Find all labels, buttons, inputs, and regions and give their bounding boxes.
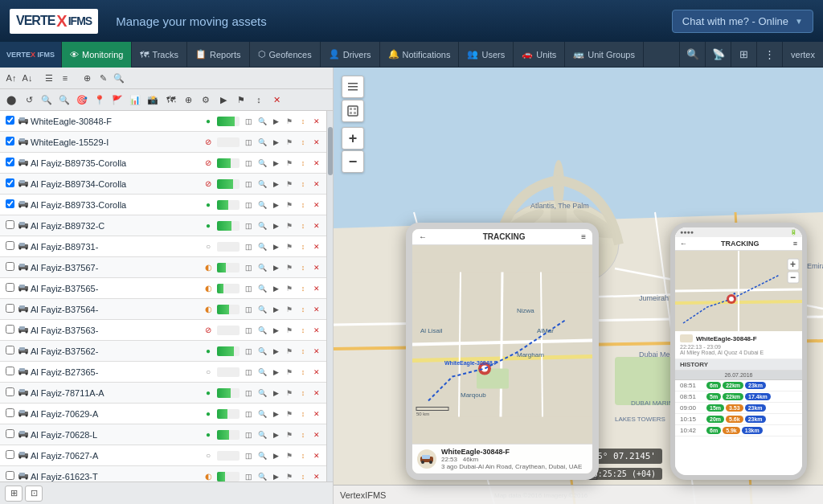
unit-arrow-icon[interactable]: ↕ <box>297 387 309 400</box>
sort-za-button[interactable]: A↓ <box>19 70 35 86</box>
unit-info-icon[interactable]: 🔍 <box>256 219 268 232</box>
list-item[interactable]: Al Fayiz-B89734-Corolla ⊘ ◫ 🔍 ▶ ⚑ ↕ ✕ <box>0 174 326 195</box>
unit-checkbox[interactable] <box>3 325 16 335</box>
unit-checkbox[interactable] <box>3 283 16 293</box>
list-bottom-button[interactable]: ⊡ <box>25 486 43 502</box>
list-item[interactable]: Al Fayiz-70629-A ● ◫ 🔍 ▶ ⚑ ↕ ✕ <box>0 404 326 424</box>
zoom-out-button[interactable]: − <box>342 150 364 173</box>
list-item[interactable]: Al Fayiz-B37564- ◐ ◫ 🔍 ▶ ⚑ ↕ ✕ <box>0 299 326 320</box>
unit-close-icon[interactable]: ✕ <box>310 324 323 337</box>
unit-cmd-icon[interactable]: ▶ <box>269 115 282 128</box>
grid-button[interactable]: ⊞ <box>731 42 756 68</box>
unit-info-icon[interactable]: 🔍 <box>256 240 268 253</box>
unit-close-icon[interactable]: ✕ <box>310 470 323 482</box>
unit-checkbox[interactable] <box>3 408 16 419</box>
unit-arrow-icon[interactable]: ↕ <box>297 324 309 337</box>
add2-button[interactable]: ⊕ <box>180 92 196 108</box>
unit-track-icon[interactable]: ◫ <box>242 199 255 211</box>
unit-track-icon[interactable]: ◫ <box>242 324 255 337</box>
unit-close-icon[interactable]: ✕ <box>310 115 323 128</box>
unit-close-icon[interactable]: ✕ <box>310 157 323 170</box>
unit-info-icon[interactable]: 🔍 <box>256 261 268 274</box>
unit-cmd-icon[interactable]: ▶ <box>269 449 282 462</box>
list-item[interactable]: Al Fayiz-B37567- ◐ ◫ 🔍 ▶ ⚑ ↕ ✕ <box>0 257 326 278</box>
unit-cmd-icon[interactable]: ▶ <box>269 470 282 482</box>
unit-arrow-icon[interactable]: ↕ <box>297 366 309 379</box>
unit-edit-icon[interactable]: ⚑ <box>283 282 296 295</box>
unit-checkbox[interactable] <box>3 450 16 461</box>
unit-close-icon[interactable]: ✕ <box>310 408 323 420</box>
unit-close-icon[interactable]: ✕ <box>310 136 323 149</box>
unit-track-icon[interactable]: ◫ <box>242 387 255 400</box>
unit-cmd-icon[interactable]: ▶ <box>269 428 282 441</box>
unit-info-icon[interactable]: 🔍 <box>256 136 268 149</box>
sidebar-item-tracks[interactable]: 🗺 Tracks <box>132 42 187 68</box>
unit-list[interactable]: WhiteEagle-30848-F ● ◫ 🔍 ▶ ⚑ ↕ ✕ WhiteEa… <box>0 111 326 481</box>
unit-arrow-icon[interactable]: ↕ <box>297 345 309 358</box>
unit-cmd-icon[interactable]: ▶ <box>269 303 282 316</box>
sidebar-item-geofences[interactable]: ⬡ Geofences <box>250 42 321 68</box>
sidebar-item-unit-groups[interactable]: 🚌 Unit Groups <box>565 42 644 68</box>
unit-checkbox[interactable] <box>3 178 16 189</box>
settings-button[interactable]: ⚙ <box>198 92 214 108</box>
unit-cmd-icon[interactable]: ▶ <box>269 366 282 379</box>
list-item[interactable]: Al Fayiz-B89735-Corolla ⊘ ◫ 🔍 ▶ ⚑ ↕ ✕ <box>0 153 326 174</box>
unit-close-icon[interactable]: ✕ <box>310 303 323 316</box>
more-button[interactable]: ⋮ <box>756 42 782 68</box>
unit-edit-icon[interactable]: ⚑ <box>283 178 296 191</box>
unit-track-icon[interactable]: ◫ <box>242 178 255 191</box>
unit-track-icon[interactable]: ◫ <box>242 157 255 170</box>
list-item[interactable]: Al Fayiz-B89731- ○ ◫ 🔍 ▶ ⚑ ↕ ✕ <box>0 236 326 257</box>
unit-cmd-icon[interactable]: ▶ <box>269 345 282 358</box>
list-item[interactable]: Al Fayiz-70627-A ○ ◫ 🔍 ▶ ⚑ ↕ ✕ <box>0 445 326 466</box>
list-item[interactable]: Al Fayiz-B37562- ● ◫ 🔍 ▶ ⚑ ↕ ✕ <box>0 341 326 362</box>
sort-az-button[interactable]: A↑ <box>3 70 19 86</box>
unit-close-icon[interactable]: ✕ <box>310 282 323 295</box>
unit-checkbox[interactable] <box>3 262 16 272</box>
unit-close-icon[interactable]: ✕ <box>310 428 323 441</box>
unit-track-icon[interactable]: ◫ <box>242 345 255 358</box>
unit-checkbox[interactable] <box>3 199 16 210</box>
target-button[interactable]: 🎯 <box>74 92 90 108</box>
list-item[interactable]: Al Fayiz-78711A-A ● ◫ 🔍 ▶ ⚑ ↕ ✕ <box>0 383 326 404</box>
sidebar-item-units[interactable]: 🚗 Units <box>514 42 565 68</box>
chart-button[interactable]: 📊 <box>127 92 143 108</box>
unit-arrow-icon[interactable]: ↕ <box>297 199 309 211</box>
unit-info-icon[interactable]: 🔍 <box>256 199 268 211</box>
unit-cmd-icon[interactable]: ▶ <box>269 408 282 420</box>
phone-menu-icon[interactable]: ≡ <box>793 240 797 248</box>
unit-edit-icon[interactable]: ⚑ <box>283 387 296 400</box>
play-button[interactable]: ▶ <box>215 92 231 108</box>
unit-arrow-icon[interactable]: ↕ <box>297 428 309 441</box>
unit-info-icon[interactable]: 🔍 <box>256 408 268 420</box>
logo[interactable]: VERTEX IFMS <box>10 9 98 34</box>
list-scrollbar[interactable] <box>326 111 333 481</box>
unit-checkbox[interactable] <box>3 220 16 231</box>
unit-arrow-icon[interactable]: ↕ <box>297 115 309 128</box>
signal-button[interactable]: 📡 <box>705 42 731 68</box>
refresh-button[interactable]: ↺ <box>21 92 37 108</box>
unit-arrow-icon[interactable]: ↕ <box>297 157 309 170</box>
unit-cmd-icon[interactable]: ▶ <box>269 199 282 211</box>
unit-checkbox[interactable] <box>3 158 16 168</box>
unit-info-icon[interactable]: 🔍 <box>256 449 268 462</box>
add-button[interactable]: ⊕ <box>79 70 95 86</box>
unit-close-icon[interactable]: ✕ <box>310 178 323 191</box>
unit-arrow-icon[interactable]: ↕ <box>297 219 309 232</box>
unit-checkbox[interactable] <box>3 346 16 356</box>
unit-cmd-icon[interactable]: ▶ <box>269 261 282 274</box>
unit-track-icon[interactable]: ◫ <box>242 282 255 295</box>
grid-view-button[interactable]: ⊞ <box>5 486 23 502</box>
unit-edit-icon[interactable]: ⚑ <box>283 157 296 170</box>
unit-track-icon[interactable]: ◫ <box>242 136 255 149</box>
unit-info-icon[interactable]: 🔍 <box>256 387 268 400</box>
unit-info-icon[interactable]: 🔍 <box>256 428 268 441</box>
search-sidebar-button[interactable]: 🔍 <box>111 70 127 86</box>
unit-track-icon[interactable]: ◫ <box>242 240 255 253</box>
unit-edit-icon[interactable]: ⚑ <box>283 428 296 441</box>
unit-checkbox[interactable] <box>3 471 16 481</box>
map-satellite-toggle[interactable] <box>342 100 364 122</box>
unit-cmd-icon[interactable]: ▶ <box>269 324 282 337</box>
unit-close-icon[interactable]: ✕ <box>310 240 323 253</box>
unit-edit-icon[interactable]: ⚑ <box>283 408 296 420</box>
